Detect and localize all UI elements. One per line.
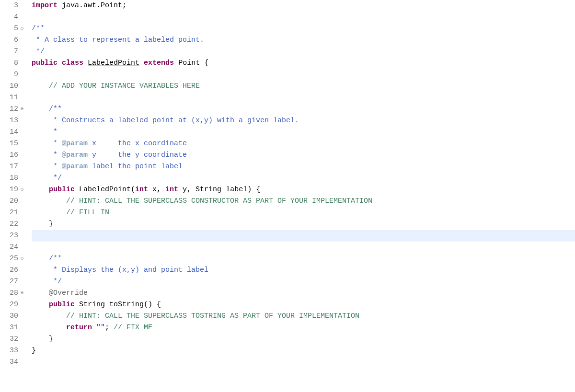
comment: // ADD YOUR INSTANCE VARIABLES HERE bbox=[32, 82, 200, 90]
line-number: 11 bbox=[0, 92, 18, 104]
code-line[interactable]: // HINT: CALL THE SUPERCLASS TOSTRING AS… bbox=[32, 311, 575, 322]
fold-toggle-icon[interactable]: ⊖ bbox=[19, 106, 25, 112]
keyword: import bbox=[32, 1, 58, 10]
code-line[interactable]: /** bbox=[32, 104, 575, 115]
keyword: int bbox=[135, 185, 148, 194]
line-number: 12⊖ bbox=[0, 104, 18, 115]
code-line[interactable]: * @param y the y coordinate bbox=[32, 150, 575, 161]
code-line[interactable]: * @param label the point label bbox=[32, 161, 575, 173]
fold-toggle-icon[interactable]: ⊖ bbox=[19, 26, 25, 32]
line-number: 6 bbox=[0, 35, 18, 46]
line-number: 34 bbox=[0, 357, 18, 368]
line-number: 18 bbox=[0, 173, 18, 184]
line-number: 29 bbox=[0, 299, 18, 311]
code-line[interactable]: } bbox=[32, 219, 575, 230]
fold-toggle-icon[interactable]: ⊖ bbox=[19, 187, 25, 193]
code-line-current[interactable] bbox=[32, 230, 575, 242]
code-line[interactable]: * A class to represent a labeled point. bbox=[32, 35, 575, 46]
comment: // FIX ME bbox=[114, 323, 152, 332]
comment: // HINT: CALL THE SUPERCLASS CONSTRUCTOR… bbox=[32, 197, 372, 205]
javadoc: * Displays the (x,y) and point label bbox=[32, 266, 208, 274]
code-line[interactable] bbox=[32, 357, 575, 368]
keyword: public bbox=[32, 59, 58, 67]
keyword: public bbox=[49, 300, 75, 309]
code-line[interactable]: * @param x the x coordinate bbox=[32, 138, 575, 150]
line-number: 28⊖ bbox=[0, 288, 18, 299]
code-text: java.awt.Point; bbox=[58, 1, 126, 10]
code-line[interactable]: public LabeledPoint(int x, int y, String… bbox=[32, 184, 575, 196]
line-number: 26 bbox=[0, 265, 18, 276]
javadoc-tag: @param bbox=[62, 139, 88, 148]
code-line[interactable] bbox=[32, 242, 575, 253]
javadoc: * bbox=[32, 128, 58, 136]
code-line[interactable]: return ""; // FIX ME bbox=[32, 322, 575, 334]
javadoc-tag: @param bbox=[62, 151, 88, 159]
code-line[interactable]: // HINT: CALL THE SUPERCLASS CONSTRUCTOR… bbox=[32, 196, 575, 207]
line-number: 17 bbox=[0, 161, 18, 173]
comment: // HINT: CALL THE SUPERCLASS TOSTRING AS… bbox=[32, 312, 359, 320]
code-editor[interactable]: import java.awt.Point; /** * A class to … bbox=[21, 0, 575, 368]
code-line[interactable] bbox=[32, 12, 575, 23]
line-number: 33 bbox=[0, 345, 18, 357]
keyword: public bbox=[49, 185, 75, 194]
code-line[interactable]: public class LabeledPoint extends Point … bbox=[32, 58, 575, 69]
class-name: LabeledPoint bbox=[88, 59, 139, 67]
keyword: class bbox=[62, 59, 83, 67]
javadoc: */ bbox=[32, 277, 62, 286]
code-line[interactable]: @Override bbox=[32, 288, 575, 299]
javadoc: */ bbox=[32, 47, 45, 56]
line-number: 19⊖ bbox=[0, 184, 18, 196]
javadoc: /** bbox=[32, 24, 45, 33]
line-number: 15 bbox=[0, 138, 18, 150]
line-number: 14 bbox=[0, 127, 18, 138]
line-number: 3 bbox=[0, 0, 18, 12]
line-number: 22 bbox=[0, 219, 18, 230]
annotation: @Override bbox=[49, 289, 88, 297]
line-number: 20 bbox=[0, 196, 18, 207]
string-literal: "" bbox=[92, 323, 105, 332]
javadoc: * A class to represent a labeled point. bbox=[32, 36, 204, 44]
line-number: 16 bbox=[0, 150, 18, 161]
javadoc: /** bbox=[32, 254, 62, 263]
line-number: 10 bbox=[0, 81, 18, 92]
line-number: 30 bbox=[0, 311, 18, 322]
line-number: 9 bbox=[0, 69, 18, 81]
keyword: int bbox=[165, 185, 178, 194]
code-line[interactable]: */ bbox=[32, 276, 575, 288]
line-number: 13 bbox=[0, 115, 18, 127]
line-number: 27 bbox=[0, 276, 18, 288]
code-line[interactable] bbox=[32, 69, 575, 81]
keyword: extends bbox=[144, 59, 174, 67]
comment: // FILL IN bbox=[32, 208, 109, 217]
code-line[interactable]: /** bbox=[32, 253, 575, 265]
code-line[interactable]: */ bbox=[32, 173, 575, 184]
javadoc: * Constructs a labeled point at (x,y) wi… bbox=[32, 116, 299, 125]
line-number: 5⊖ bbox=[0, 23, 18, 35]
line-number: 7 bbox=[0, 46, 18, 58]
javadoc-tag: @param bbox=[62, 162, 88, 171]
javadoc: /** bbox=[32, 105, 62, 113]
line-number: 8 bbox=[0, 58, 18, 69]
line-number: 25⊖ bbox=[0, 253, 18, 265]
code-line[interactable]: /** bbox=[32, 23, 575, 35]
code-line[interactable]: } bbox=[32, 334, 575, 345]
code-line[interactable]: * bbox=[32, 127, 575, 138]
code-line[interactable]: // ADD YOUR INSTANCE VARIABLES HERE bbox=[32, 81, 575, 92]
code-line[interactable]: * Displays the (x,y) and point label bbox=[32, 265, 575, 276]
fold-toggle-icon[interactable]: ⊖ bbox=[19, 256, 25, 262]
line-number: 31 bbox=[0, 322, 18, 334]
parent-class: Point bbox=[178, 59, 200, 67]
code-line[interactable]: * Constructs a labeled point at (x,y) wi… bbox=[32, 115, 575, 127]
code-line[interactable]: // FILL IN bbox=[32, 207, 575, 219]
javadoc: */ bbox=[32, 174, 62, 182]
line-number: 23 bbox=[0, 230, 18, 242]
code-line[interactable]: */ bbox=[32, 46, 575, 58]
line-number-gutter: 3 4 5⊖ 6 7 8 9 10 11 12⊖ 13 14 15 16 17 … bbox=[0, 0, 21, 368]
code-line[interactable]: import java.awt.Point; bbox=[32, 0, 575, 12]
fold-toggle-icon[interactable]: ⊖ bbox=[19, 290, 25, 296]
line-number: 21 bbox=[0, 207, 18, 219]
keyword: return bbox=[66, 323, 92, 332]
code-line[interactable]: public String toString() { bbox=[32, 299, 575, 311]
code-line[interactable]: } bbox=[32, 345, 575, 357]
code-line[interactable] bbox=[32, 92, 575, 104]
